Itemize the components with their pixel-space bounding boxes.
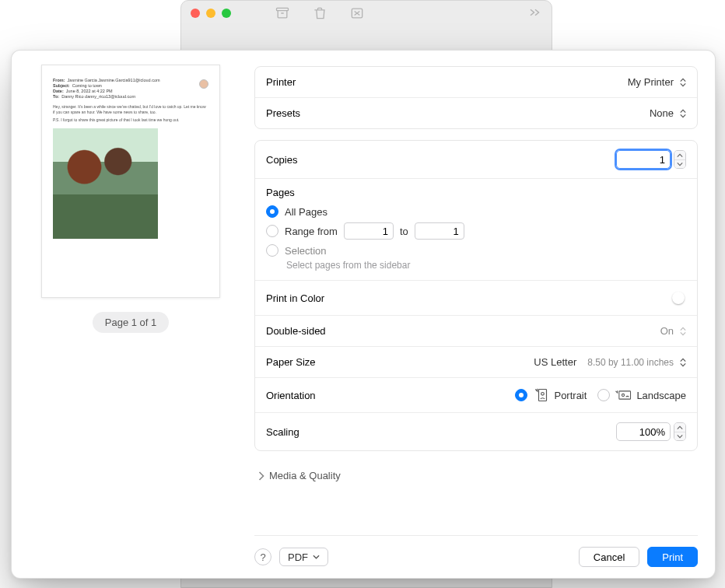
pages-all-label: All Pages bbox=[285, 206, 327, 218]
pages-selection-label: Selection bbox=[285, 245, 326, 257]
paper-size-select[interactable]: US Letter 8.50 by 11.00 inches bbox=[534, 356, 686, 368]
stepper-btns bbox=[674, 422, 686, 441]
pages-range-label: Range from bbox=[285, 226, 338, 237]
step-down-button[interactable] bbox=[674, 159, 685, 168]
print-color-toggle[interactable] bbox=[660, 290, 686, 306]
printer-label: Printer bbox=[266, 76, 296, 88]
archive-icon bbox=[275, 5, 290, 21]
minimize-window-button[interactable] bbox=[206, 9, 215, 18]
subject-value: Coming to town bbox=[72, 83, 102, 88]
stepper-btns bbox=[674, 150, 686, 169]
page-indicator: Page 1 of 1 bbox=[93, 312, 170, 333]
preview-page: From:Jasmine Garcia Jasmine.Garcia911@ic… bbox=[41, 65, 220, 298]
body-line-2: P.S. I forgot to share this great pictur… bbox=[53, 117, 208, 123]
trash-icon bbox=[312, 5, 327, 21]
pages-selection-radio[interactable] bbox=[266, 244, 278, 257]
dialog-footer: ? PDF Cancel Print bbox=[254, 535, 698, 567]
paper-size-row: Paper Size US Letter 8.50 by 11.00 inche… bbox=[255, 346, 697, 377]
print-button[interactable]: Print bbox=[647, 547, 698, 567]
chevron-right-icon bbox=[257, 471, 264, 481]
presets-row: Presets None bbox=[255, 97, 697, 128]
orientation-landscape-item: Landscape bbox=[597, 387, 686, 403]
printer-value: My Printer bbox=[628, 76, 674, 88]
orientation-portrait-item: Portrait bbox=[515, 387, 587, 403]
date-value: June 8, 2022 at 4:22 PM bbox=[66, 89, 113, 93]
portrait-icon bbox=[532, 387, 549, 403]
scaling-stepper bbox=[616, 422, 686, 441]
print-color-row: Print in Color bbox=[255, 280, 697, 315]
help-button[interactable]: ? bbox=[254, 548, 271, 565]
printer-row: Printer My Printer bbox=[255, 67, 697, 97]
up-down-arrows-icon bbox=[680, 78, 686, 87]
preview-email-body: Hey, stranger. It's been a while since w… bbox=[53, 104, 208, 122]
range-to-input[interactable] bbox=[415, 222, 464, 240]
junk-icon bbox=[349, 5, 365, 21]
cancel-button[interactable]: Cancel bbox=[579, 547, 639, 567]
pages-selection-row: Selection bbox=[266, 242, 686, 259]
up-down-arrows-icon bbox=[680, 358, 686, 367]
up-down-arrows-icon bbox=[680, 109, 686, 118]
step-up-button[interactable] bbox=[674, 423, 685, 432]
close-window-button[interactable] bbox=[191, 9, 200, 18]
maximize-window-button[interactable] bbox=[222, 9, 231, 18]
media-quality-label: Media & Quality bbox=[269, 470, 341, 481]
copies-label: Copies bbox=[266, 154, 297, 166]
preview-email-header: From:Jasmine Garcia Jasmine.Garcia911@ic… bbox=[53, 78, 208, 100]
pdf-menu-button[interactable]: PDF bbox=[279, 548, 328, 566]
presets-select[interactable]: None bbox=[650, 107, 686, 119]
media-quality-disclosure[interactable]: Media & Quality bbox=[254, 462, 698, 485]
orientation-landscape-radio[interactable] bbox=[597, 389, 610, 401]
avatar bbox=[199, 79, 208, 89]
toolbar-overflow-icon bbox=[528, 7, 542, 20]
printer-card: Printer My Printer Presets None bbox=[254, 66, 698, 129]
preview-email-image bbox=[53, 128, 158, 239]
svg-rect-0 bbox=[277, 8, 289, 10]
orientation-landscape-label: Landscape bbox=[636, 390, 686, 401]
orientation-group: Portrait Landscape bbox=[515, 387, 686, 403]
pdf-label: PDF bbox=[288, 551, 308, 563]
pages-range-radio[interactable] bbox=[266, 225, 278, 237]
scaling-input[interactable] bbox=[616, 422, 671, 441]
orientation-row: Orientation Portrait bbox=[255, 377, 697, 412]
orientation-label: Orientation bbox=[266, 390, 316, 401]
scaling-row: Scaling bbox=[255, 412, 697, 450]
double-sided-row: Double-sided On bbox=[255, 315, 697, 346]
help-icon: ? bbox=[260, 551, 265, 563]
options-card: Copies Pages All Pages Range fr bbox=[254, 140, 698, 451]
paper-size-value: US Letter bbox=[534, 356, 576, 368]
svg-point-3 bbox=[541, 393, 545, 396]
pages-all-radio[interactable] bbox=[266, 205, 278, 218]
paper-size-dimensions: 8.50 by 11.00 inches bbox=[587, 357, 674, 368]
double-sided-select[interactable]: On bbox=[660, 325, 686, 337]
svg-rect-4 bbox=[619, 391, 631, 399]
step-down-button[interactable] bbox=[674, 432, 685, 440]
pages-selection-hint: Select pages from the sidebar bbox=[286, 260, 686, 271]
pages-range-row: Range from to bbox=[266, 220, 686, 242]
double-sided-value: On bbox=[660, 325, 674, 337]
pages-block: Pages All Pages Range from to Selection … bbox=[255, 178, 697, 280]
copies-row: Copies bbox=[255, 141, 697, 178]
printer-select[interactable]: My Printer bbox=[628, 76, 686, 88]
date-label: Date: bbox=[53, 89, 64, 93]
range-to-label: to bbox=[400, 226, 408, 237]
double-sided-label: Double-sided bbox=[266, 325, 326, 337]
step-up-button[interactable] bbox=[674, 151, 685, 159]
print-color-label: Print in Color bbox=[266, 292, 324, 304]
from-label: From: bbox=[53, 78, 65, 82]
preview-panel: From:Jasmine Garcia Jasmine.Garcia911@ic… bbox=[12, 51, 250, 578]
range-from-input[interactable] bbox=[344, 222, 394, 240]
chevron-down-icon bbox=[313, 555, 320, 559]
pages-all-row: All Pages bbox=[266, 203, 686, 220]
print-dialog: From:Jasmine Garcia Jasmine.Garcia911@ic… bbox=[11, 50, 716, 579]
orientation-portrait-label: Portrait bbox=[554, 390, 587, 401]
copies-input[interactable] bbox=[616, 150, 671, 169]
subject-label: Subject: bbox=[53, 83, 70, 88]
settings-panel: Printer My Printer Presets None bbox=[250, 51, 715, 578]
presets-value: None bbox=[650, 107, 674, 119]
landscape-icon bbox=[615, 387, 632, 403]
body-line-1: Hey, stranger. It's been a while since w… bbox=[53, 104, 208, 115]
from-value: Jasmine Garcia Jasmine.Garcia911@icloud.… bbox=[68, 78, 160, 82]
copies-stepper bbox=[616, 150, 686, 169]
orientation-portrait-radio[interactable] bbox=[515, 389, 527, 401]
presets-label: Presets bbox=[266, 107, 300, 119]
